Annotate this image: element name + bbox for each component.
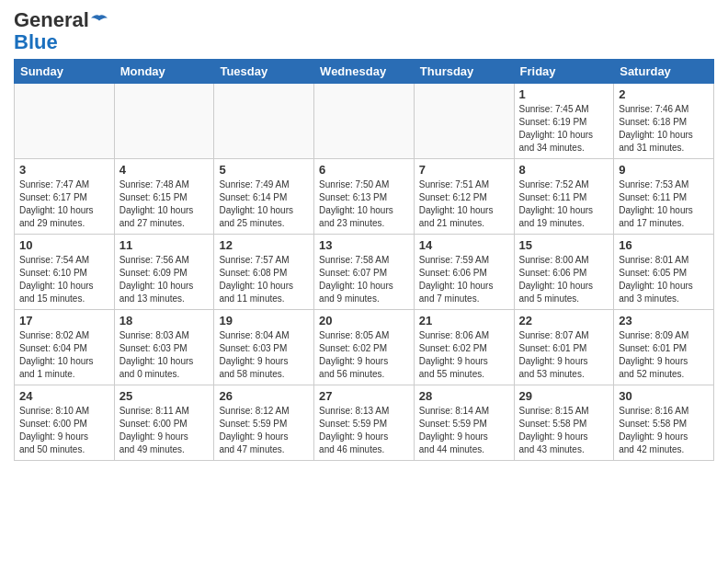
day-cell: 22Sunrise: 8:07 AM Sunset: 6:01 PM Dayli… <box>514 310 614 385</box>
logo: General Blue <box>14 9 108 53</box>
day-info: Sunrise: 8:14 AM Sunset: 5:59 PM Dayligh… <box>419 405 509 456</box>
day-number: 7 <box>419 163 509 177</box>
day-number: 17 <box>19 314 109 327</box>
logo-blue-text: Blue <box>14 31 58 53</box>
day-info: Sunrise: 7:57 AM Sunset: 6:08 PM Dayligh… <box>219 254 309 305</box>
col-header-thursday: Thursday <box>414 60 514 84</box>
day-cell <box>214 84 314 159</box>
day-number: 15 <box>519 238 609 252</box>
main-container: General Blue SundayMondayTuesdayWednesda… <box>0 0 728 470</box>
day-info: Sunrise: 8:00 AM Sunset: 6:06 PM Dayligh… <box>519 254 609 305</box>
day-info: Sunrise: 8:12 AM Sunset: 5:59 PM Dayligh… <box>219 405 309 456</box>
day-number: 20 <box>319 314 409 327</box>
day-info: Sunrise: 8:10 AM Sunset: 6:00 PM Dayligh… <box>19 405 109 456</box>
day-info: Sunrise: 7:49 AM Sunset: 6:14 PM Dayligh… <box>219 178 309 230</box>
logo-text: General <box>14 9 108 31</box>
day-cell: 16Sunrise: 8:01 AM Sunset: 6:05 PM Dayli… <box>614 235 714 310</box>
day-cell: 6Sunrise: 7:50 AM Sunset: 6:13 PM Daylig… <box>314 159 415 235</box>
day-cell: 24Sunrise: 8:10 AM Sunset: 6:00 PM Dayli… <box>15 385 115 461</box>
day-cell: 10Sunrise: 7:54 AM Sunset: 6:10 PM Dayli… <box>15 235 115 310</box>
day-cell: 30Sunrise: 8:16 AM Sunset: 5:58 PM Dayli… <box>614 385 714 461</box>
day-info: Sunrise: 8:04 AM Sunset: 6:03 PM Dayligh… <box>219 329 309 381</box>
week-row-3: 10Sunrise: 7:54 AM Sunset: 6:10 PM Dayli… <box>15 235 714 310</box>
day-cell: 7Sunrise: 7:51 AM Sunset: 6:12 PM Daylig… <box>414 159 514 235</box>
col-header-wednesday: Wednesday <box>314 60 415 84</box>
day-cell: 18Sunrise: 8:03 AM Sunset: 6:03 PM Dayli… <box>114 310 214 385</box>
day-info: Sunrise: 8:05 AM Sunset: 6:02 PM Dayligh… <box>319 329 409 381</box>
day-cell: 27Sunrise: 8:13 AM Sunset: 5:59 PM Dayli… <box>314 385 415 461</box>
day-info: Sunrise: 7:46 AM Sunset: 6:18 PM Dayligh… <box>619 103 709 155</box>
day-info: Sunrise: 7:50 AM Sunset: 6:13 PM Dayligh… <box>319 178 409 230</box>
day-info: Sunrise: 7:45 AM Sunset: 6:19 PM Dayligh… <box>519 103 609 155</box>
day-info: Sunrise: 7:51 AM Sunset: 6:12 PM Dayligh… <box>419 178 509 230</box>
day-number: 21 <box>419 314 509 327</box>
day-info: Sunrise: 7:54 AM Sunset: 6:10 PM Dayligh… <box>19 254 109 305</box>
day-number: 12 <box>219 238 309 252</box>
day-cell: 13Sunrise: 7:58 AM Sunset: 6:07 PM Dayli… <box>314 235 415 310</box>
day-info: Sunrise: 8:03 AM Sunset: 6:03 PM Dayligh… <box>119 329 210 381</box>
day-cell: 3Sunrise: 7:47 AM Sunset: 6:17 PM Daylig… <box>15 159 115 235</box>
day-cell: 28Sunrise: 8:14 AM Sunset: 5:59 PM Dayli… <box>414 385 514 461</box>
day-info: Sunrise: 8:11 AM Sunset: 6:00 PM Dayligh… <box>119 405 210 456</box>
col-header-saturday: Saturday <box>614 60 714 84</box>
day-cell: 9Sunrise: 7:53 AM Sunset: 6:11 PM Daylig… <box>614 159 714 235</box>
week-row-1: 1Sunrise: 7:45 AM Sunset: 6:19 PM Daylig… <box>15 84 714 159</box>
day-number: 30 <box>619 389 709 403</box>
day-info: Sunrise: 7:53 AM Sunset: 6:11 PM Dayligh… <box>619 178 709 230</box>
day-number: 26 <box>219 389 309 403</box>
day-cell: 5Sunrise: 7:49 AM Sunset: 6:14 PM Daylig… <box>214 159 314 235</box>
col-header-friday: Friday <box>514 60 614 84</box>
day-info: Sunrise: 7:56 AM Sunset: 6:09 PM Dayligh… <box>119 254 210 305</box>
week-row-2: 3Sunrise: 7:47 AM Sunset: 6:17 PM Daylig… <box>15 159 714 235</box>
day-number: 5 <box>219 163 309 177</box>
day-number: 29 <box>519 389 609 403</box>
day-number: 1 <box>519 87 609 101</box>
day-cell: 1Sunrise: 7:45 AM Sunset: 6:19 PM Daylig… <box>514 84 614 159</box>
day-info: Sunrise: 8:13 AM Sunset: 5:59 PM Dayligh… <box>319 405 409 456</box>
day-number: 25 <box>119 389 210 403</box>
day-cell: 25Sunrise: 8:11 AM Sunset: 6:00 PM Dayli… <box>114 385 214 461</box>
day-number: 14 <box>419 238 509 252</box>
day-number: 18 <box>119 314 210 327</box>
day-info: Sunrise: 8:02 AM Sunset: 6:04 PM Dayligh… <box>19 329 109 381</box>
col-header-monday: Monday <box>114 60 214 84</box>
day-cell: 14Sunrise: 7:59 AM Sunset: 6:06 PM Dayli… <box>414 235 514 310</box>
day-cell: 29Sunrise: 8:15 AM Sunset: 5:58 PM Dayli… <box>514 385 614 461</box>
day-info: Sunrise: 7:52 AM Sunset: 6:11 PM Dayligh… <box>519 178 609 230</box>
day-number: 3 <box>19 163 109 177</box>
day-info: Sunrise: 7:47 AM Sunset: 6:17 PM Dayligh… <box>19 178 109 230</box>
col-header-tuesday: Tuesday <box>214 60 314 84</box>
day-number: 23 <box>619 314 709 327</box>
header-row: SundayMondayTuesdayWednesdayThursdayFrid… <box>15 60 714 84</box>
logo-general: General <box>14 8 89 31</box>
col-header-sunday: Sunday <box>15 60 115 84</box>
day-cell: 4Sunrise: 7:48 AM Sunset: 6:15 PM Daylig… <box>114 159 214 235</box>
day-number: 4 <box>119 163 210 177</box>
week-row-4: 17Sunrise: 8:02 AM Sunset: 6:04 PM Dayli… <box>15 310 714 385</box>
day-number: 11 <box>119 238 210 252</box>
day-cell: 11Sunrise: 7:56 AM Sunset: 6:09 PM Dayli… <box>114 235 214 310</box>
day-cell <box>15 84 115 159</box>
day-number: 28 <box>419 389 509 403</box>
day-number: 22 <box>519 314 609 327</box>
logo-bird-icon <box>91 14 108 27</box>
day-info: Sunrise: 8:06 AM Sunset: 6:02 PM Dayligh… <box>419 329 509 381</box>
day-info: Sunrise: 8:15 AM Sunset: 5:58 PM Dayligh… <box>519 405 609 456</box>
day-number: 16 <box>619 238 709 252</box>
day-info: Sunrise: 7:48 AM Sunset: 6:15 PM Dayligh… <box>119 178 210 230</box>
day-cell <box>314 84 415 159</box>
day-number: 10 <box>19 238 109 252</box>
day-info: Sunrise: 7:59 AM Sunset: 6:06 PM Dayligh… <box>419 254 509 305</box>
day-info: Sunrise: 7:58 AM Sunset: 6:07 PM Dayligh… <box>319 254 409 305</box>
day-number: 19 <box>219 314 309 327</box>
week-row-5: 24Sunrise: 8:10 AM Sunset: 6:00 PM Dayli… <box>15 385 714 461</box>
day-info: Sunrise: 8:16 AM Sunset: 5:58 PM Dayligh… <box>619 405 709 456</box>
day-number: 6 <box>319 163 409 177</box>
day-cell: 21Sunrise: 8:06 AM Sunset: 6:02 PM Dayli… <box>414 310 514 385</box>
day-cell: 19Sunrise: 8:04 AM Sunset: 6:03 PM Dayli… <box>214 310 314 385</box>
calendar-table: SundayMondayTuesdayWednesdayThursdayFrid… <box>14 59 714 461</box>
header: General Blue <box>14 9 714 53</box>
day-cell: 17Sunrise: 8:02 AM Sunset: 6:04 PM Dayli… <box>15 310 115 385</box>
day-number: 24 <box>19 389 109 403</box>
day-number: 2 <box>619 87 709 101</box>
